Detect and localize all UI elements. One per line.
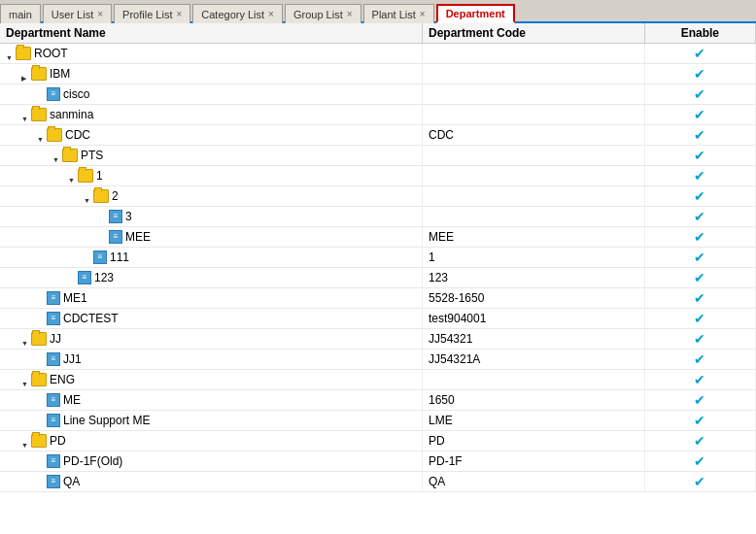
checkmark-icon: ✔ [651,270,749,285]
tab-plant-list[interactable]: Plant List× [363,4,434,23]
collapse-icon[interactable] [21,437,29,445]
col-header-code: Department Code [422,23,644,44]
folder-icon [31,373,47,386]
row-enable-cell: ✔ [644,227,755,248]
tab-profile-list[interactable]: Profile List× [114,4,190,23]
tab-main[interactable]: main [0,4,41,23]
table-row[interactable]: sanmina✔ [0,105,756,125]
checkmark-icon: ✔ [651,331,749,347]
checkmark-icon: ✔ [651,351,749,367]
collapse-icon[interactable] [84,192,91,200]
folder-icon [47,128,62,142]
collapse-icon[interactable] [6,50,14,57]
row-enable-cell: ✔ [644,329,755,350]
tab-label: main [9,9,32,20]
row-name-label: QA [63,475,80,488]
table-row[interactable]: 123123✔ [0,268,756,288]
document-icon [47,475,60,488]
row-name-label: 1 [96,169,103,183]
table-row[interactable]: ME1650✔ [0,390,756,411]
tab-close-icon[interactable]: × [97,9,103,19]
table-row[interactable]: Line Support MELME✔ [0,411,756,431]
row-name-cell: Line Support ME [0,411,422,431]
collapse-icon[interactable] [68,172,76,180]
table-row[interactable]: JJJJ54321✔ [0,329,756,350]
row-name-label: CDCTEST [63,312,119,325]
tab-close-icon[interactable]: × [420,9,426,19]
row-enable-cell: ✔ [644,64,755,84]
folder-icon [62,149,78,162]
row-enable-cell: ✔ [644,268,755,288]
collapse-icon[interactable] [21,111,29,118]
row-name-label: MEE [125,230,151,244]
row-name-cell: ME1 [0,288,422,309]
collapse-icon[interactable] [21,335,29,343]
table-row[interactable]: MEEMEE✔ [0,227,756,248]
table-row[interactable]: PD-1F(Old)PD-1F✔ [0,451,756,472]
document-icon [109,210,122,223]
row-name-cell: PTS [0,146,422,166]
row-enable-cell: ✔ [644,472,755,492]
table-row[interactable]: ROOT✔ [0,44,756,64]
row-name-cell: 3 [0,207,422,227]
checkmark-icon: ✔ [651,127,749,143]
tab-department[interactable]: Department [436,4,515,23]
collapse-icon[interactable] [52,151,60,159]
row-enable-cell: ✔ [644,248,755,268]
row-code-cell [422,370,644,390]
table-row[interactable]: 1111✔ [0,248,756,268]
row-code-cell [422,44,644,64]
table-row[interactable]: PDPD✔ [0,431,756,451]
checkmark-icon: ✔ [651,148,749,163]
row-name-cell: ME [0,390,422,411]
tab-close-icon[interactable]: × [176,9,182,19]
tab-group-list[interactable]: Group List× [285,4,361,23]
checkmark-icon: ✔ [651,413,749,428]
row-code-cell: JJ54321A [422,350,644,370]
checkmark-icon: ✔ [651,107,749,122]
row-name-label: PD [50,434,66,448]
row-code-cell: MEE [422,227,644,248]
expand-icon[interactable] [21,70,29,78]
table-row[interactable]: QAQA✔ [0,472,756,492]
tab-category-list[interactable]: Category List× [192,4,283,23]
row-name-cell: 111 [0,248,422,268]
tab-label: User List [52,9,93,20]
table-row[interactable]: PTS✔ [0,146,756,166]
table-row[interactable]: CDCTESTtest904001✔ [0,309,756,329]
row-enable-cell: ✔ [644,44,755,64]
row-name-label: 3 [125,210,132,223]
row-name-label: 123 [94,271,114,284]
table-row[interactable]: cisco✔ [0,84,756,105]
table-row[interactable]: 1✔ [0,166,756,186]
document-icon [47,414,60,427]
row-name-cell: PD [0,431,422,451]
tab-label: Group List [293,9,343,20]
row-code-cell: QA [422,472,644,492]
tab-close-icon[interactable]: × [347,9,353,19]
collapse-icon[interactable] [21,376,29,384]
row-code-cell [422,186,644,207]
tab-user-list[interactable]: User List× [43,4,112,23]
table-row[interactable]: ENG✔ [0,370,756,390]
collapse-icon[interactable] [37,131,45,139]
table-row[interactable]: ME15528-1650✔ [0,288,756,309]
col-header-enable: Enable [644,23,755,44]
row-name-cell: cisco [0,84,422,105]
table-row[interactable]: CDCCDC✔ [0,125,756,146]
folder-icon [31,332,47,346]
tab-label: Department [446,8,505,19]
row-name-label: JJ [50,332,61,346]
row-name-cell: sanmina [0,105,422,125]
tab-close-icon[interactable]: × [268,9,274,19]
row-name-cell: CDCTEST [0,309,422,329]
table-row[interactable]: JJ1JJ54321A✔ [0,350,756,370]
checkmark-icon: ✔ [651,372,749,387]
folder-icon [78,169,93,183]
table-row[interactable]: IBM✔ [0,64,756,84]
table-row[interactable]: 3✔ [0,207,756,227]
table-row[interactable]: 2✔ [0,186,756,207]
row-enable-cell: ✔ [644,84,755,105]
folder-icon [31,67,47,81]
row-name-label: Line Support ME [63,414,150,427]
